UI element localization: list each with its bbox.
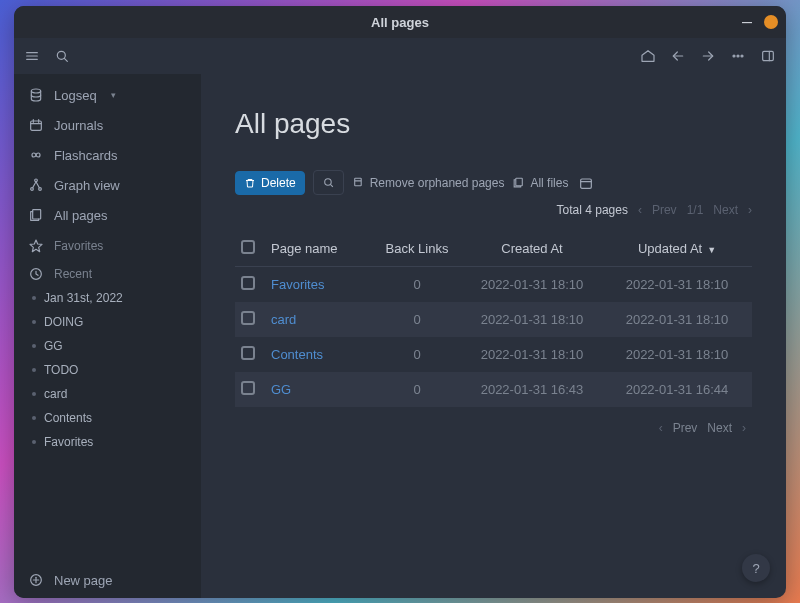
row-page-name[interactable]: GG — [265, 372, 372, 407]
delete-button[interactable]: Delete — [235, 171, 305, 195]
recent-item[interactable]: TODO — [14, 358, 201, 382]
sidebar-item-label: Flashcards — [54, 148, 118, 163]
row-checkbox[interactable] — [241, 276, 255, 290]
recent-item[interactable]: card — [14, 382, 201, 406]
database-icon — [28, 87, 44, 103]
pager-indicator: 1/1 — [687, 203, 704, 217]
svg-line-21 — [36, 182, 39, 188]
search-icon[interactable] — [54, 48, 70, 64]
sidebar-recent-header[interactable]: Recent — [14, 258, 201, 286]
recent-item[interactable]: Favorites — [14, 430, 201, 454]
svg-rect-33 — [581, 179, 592, 188]
svg-rect-22 — [33, 210, 41, 219]
bottom-pager: ‹ Prev Next › — [235, 407, 752, 449]
sidebar-item-all-pages[interactable]: All pages — [14, 200, 201, 230]
recent-item[interactable]: Jan 31st, 2022 — [14, 286, 201, 310]
sidebar-item-flashcards[interactable]: Flashcards — [14, 140, 201, 170]
table-row[interactable]: GG02022-01-31 16:432022-01-31 16:44 — [235, 372, 752, 407]
row-backlinks: 0 — [372, 267, 462, 303]
svg-line-20 — [33, 182, 36, 188]
svg-rect-13 — [31, 121, 42, 130]
col-page-name[interactable]: Page name — [265, 231, 372, 267]
recent-item[interactable]: GG — [14, 334, 201, 358]
row-page-name[interactable]: Contents — [265, 337, 372, 372]
clock-icon — [28, 266, 44, 282]
svg-line-29 — [330, 184, 332, 186]
svg-point-12 — [31, 89, 40, 93]
sidebar-item-journals[interactable]: Journals — [14, 110, 201, 140]
total-pages-label: Total 4 pages — [557, 203, 628, 217]
pager-next-caret: › — [748, 203, 752, 217]
svg-marker-23 — [30, 240, 42, 252]
favorites-label: Favorites — [54, 239, 103, 253]
row-checkbox[interactable] — [241, 311, 255, 325]
row-updated: 2022-01-31 18:10 — [602, 267, 752, 303]
titlebar: All pages — — [14, 6, 786, 38]
more-icon[interactable] — [730, 48, 746, 64]
row-updated: 2022-01-31 16:44 — [602, 372, 752, 407]
right-sidebar-icon[interactable] — [760, 48, 776, 64]
sidebar-favorites-header[interactable]: Favorites — [14, 230, 201, 258]
bottom-prev[interactable]: Prev — [673, 421, 698, 435]
nav-back-icon[interactable] — [670, 48, 686, 64]
chevron-down-icon: ▾ — [111, 90, 116, 100]
help-button[interactable]: ? — [742, 554, 770, 582]
row-created: 2022-01-31 18:10 — [462, 267, 602, 303]
home-icon[interactable] — [640, 48, 656, 64]
row-created: 2022-01-31 16:43 — [462, 372, 602, 407]
svg-line-4 — [64, 58, 67, 61]
sidebar-item-label: Journals — [54, 118, 103, 133]
new-page-label: New page — [54, 573, 113, 588]
recent-item[interactable]: Contents — [14, 406, 201, 430]
graph-icon — [28, 177, 44, 193]
sidebar-item-graph-view[interactable]: Graph view — [14, 170, 201, 200]
window-title: All pages — [371, 15, 429, 30]
bottom-next[interactable]: Next — [707, 421, 732, 435]
table-row[interactable]: Contents02022-01-31 18:102022-01-31 18:1… — [235, 337, 752, 372]
delete-label: Delete — [261, 176, 296, 190]
star-icon — [28, 238, 44, 254]
svg-rect-10 — [763, 51, 774, 60]
col-back-links[interactable]: Back Links — [372, 231, 462, 267]
row-page-name[interactable]: Favorites — [265, 267, 372, 303]
bottom-prev-caret: ‹ — [659, 421, 663, 435]
window-close[interactable] — [764, 15, 778, 29]
svg-point-7 — [733, 55, 735, 57]
table-row[interactable]: Favorites02022-01-31 18:102022-01-31 18:… — [235, 267, 752, 303]
header-checkbox[interactable] — [241, 240, 255, 254]
workspace-selector[interactable]: Logseq ▾ — [14, 80, 201, 110]
pages-table: Page name Back Links Created At Updated … — [235, 231, 752, 407]
row-created: 2022-01-31 18:10 — [462, 302, 602, 337]
svg-rect-30 — [354, 178, 361, 186]
table-row[interactable]: card02022-01-31 18:102022-01-31 18:10 — [235, 302, 752, 337]
filter-search-button[interactable] — [313, 170, 344, 195]
row-checkbox[interactable] — [241, 346, 255, 360]
window-minimize[interactable]: — — [740, 15, 754, 29]
row-checkbox[interactable] — [241, 381, 255, 395]
pages-icon — [28, 207, 44, 223]
all-files-button[interactable]: All files — [512, 176, 568, 190]
row-created: 2022-01-31 18:10 — [462, 337, 602, 372]
nav-forward-icon[interactable] — [700, 48, 716, 64]
infinity-icon — [28, 147, 44, 163]
menu-icon[interactable] — [24, 48, 40, 64]
col-updated[interactable]: Updated At▼ — [602, 231, 752, 267]
all-files-label: All files — [530, 176, 568, 190]
calendar-icon — [28, 117, 44, 133]
recent-item[interactable]: DOING — [14, 310, 201, 334]
row-page-name[interactable]: card — [265, 302, 372, 337]
pager-next[interactable]: Next — [713, 203, 738, 217]
remove-orphaned-label: Remove orphaned pages — [370, 176, 505, 190]
bottom-next-caret: › — [742, 421, 746, 435]
svg-point-8 — [737, 55, 739, 57]
row-backlinks: 0 — [372, 337, 462, 372]
workspace-name: Logseq — [54, 88, 97, 103]
sidebar-item-label: Graph view — [54, 178, 120, 193]
calendar-icon[interactable] — [578, 175, 594, 191]
col-created[interactable]: Created At — [462, 231, 602, 267]
svg-point-9 — [741, 55, 743, 57]
main-content: All pages Delete Remove orphaned pages A… — [201, 74, 786, 598]
new-page-button[interactable]: New page — [14, 562, 201, 598]
remove-orphaned-button[interactable]: Remove orphaned pages — [352, 176, 505, 190]
pager-prev[interactable]: Prev — [652, 203, 677, 217]
